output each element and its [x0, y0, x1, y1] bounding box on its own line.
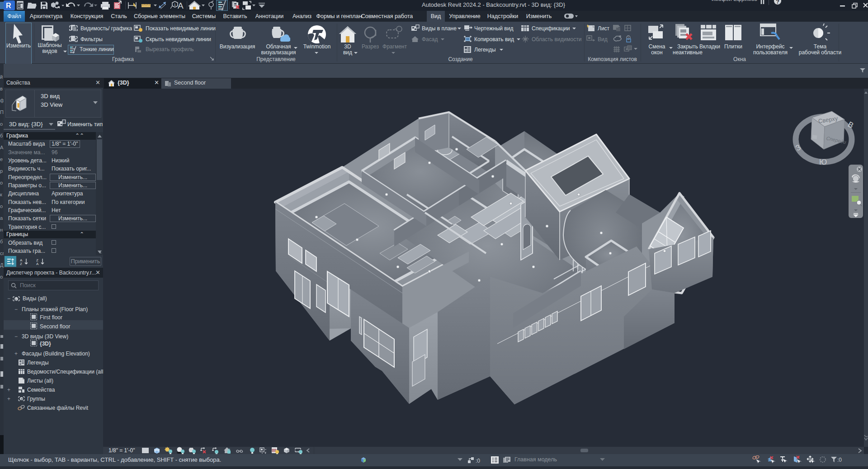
- svg-text:Z: Z: [20, 262, 22, 265]
- svg-text:A: A: [36, 262, 39, 265]
- svg-text::0: :0: [837, 457, 842, 463]
- svg-text:A: A: [178, 1, 184, 10]
- svg-text:Ю: Ю: [819, 158, 827, 166]
- svg-text:R: R: [6, 2, 11, 9]
- svg-text::0: :0: [476, 458, 480, 464]
- svg-text:?: ?: [776, 0, 779, 5]
- svg-text:1: 1: [174, 3, 176, 7]
